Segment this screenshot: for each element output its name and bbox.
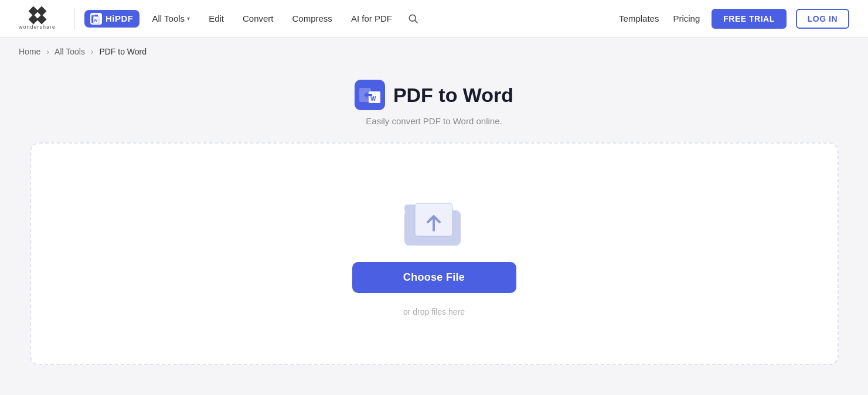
navbar-divider (74, 8, 75, 29)
page-title: PDF to Word (393, 84, 513, 107)
page-title-row: W PDF to Word (355, 80, 513, 110)
svg-text:W: W (370, 96, 376, 102)
hipdf-logo-icon: W (91, 13, 101, 24)
pdf-word-icon-svg: W (358, 83, 382, 107)
navbar: wondershare W HiPDF All Tools ▾ Edit Con… (0, 0, 868, 38)
page-subtitle: Easily convert PDF to Word online. (366, 116, 502, 126)
breadcrumb-home[interactable]: Home (19, 47, 40, 56)
nav-pricing[interactable]: Pricing (670, 9, 702, 28)
ws-diamond-4 (36, 14, 46, 24)
breadcrumb-sep-2: › (91, 47, 94, 56)
pdf-to-word-icon: W (355, 80, 385, 110)
nav-compress[interactable]: Compress (284, 9, 341, 28)
search-icon (407, 13, 419, 25)
nav-templates[interactable]: Templates (617, 9, 661, 28)
navbar-nav: All Tools ▾ Edit Convert Compress AI for… (144, 8, 617, 29)
nav-edit[interactable]: Edit (200, 9, 232, 28)
folder-icon-svg (402, 192, 467, 248)
wondershare-logo[interactable]: wondershare (19, 8, 56, 30)
hipdf-badge[interactable]: W HiPDF (84, 10, 139, 28)
choose-file-button[interactable]: Choose File (352, 262, 516, 293)
nav-ai-for-pdf[interactable]: AI for PDF (343, 9, 400, 28)
breadcrumb-all-tools[interactable]: All Tools (55, 47, 85, 56)
upload-area[interactable]: Choose File or drop files here (30, 142, 839, 365)
svg-point-4 (409, 15, 416, 21)
ws-logo-mark: wondershare (19, 8, 56, 30)
hipdf-label: HiPDF (105, 13, 134, 23)
login-button[interactable]: LOG IN (796, 9, 849, 29)
svg-text:W: W (94, 18, 98, 22)
main-content: W PDF to Word Easily convert PDF to Word… (0, 66, 868, 365)
folder-upload-icon (402, 192, 467, 248)
page-header: W PDF to Word Easily convert PDF to Word… (355, 80, 513, 126)
nav-all-tools[interactable]: All Tools ▾ (144, 9, 199, 28)
chevron-down-icon: ▾ (187, 15, 190, 22)
nav-convert[interactable]: Convert (234, 9, 282, 28)
navbar-right: Templates Pricing FREE TRIAL LOG IN (617, 9, 849, 29)
breadcrumb: Home › All Tools › PDF to Word (0, 38, 868, 66)
breadcrumb-sep-1: › (46, 47, 49, 56)
free-trial-button[interactable]: FREE TRIAL (712, 9, 786, 29)
drop-files-text: or drop files here (403, 307, 465, 316)
search-button[interactable] (403, 8, 424, 29)
ws-label: wondershare (19, 24, 56, 30)
svg-line-5 (415, 20, 418, 23)
breadcrumb-current: PDF to Word (99, 47, 147, 56)
ws-diamonds (30, 8, 45, 23)
hipdf-icon: W (90, 13, 102, 25)
